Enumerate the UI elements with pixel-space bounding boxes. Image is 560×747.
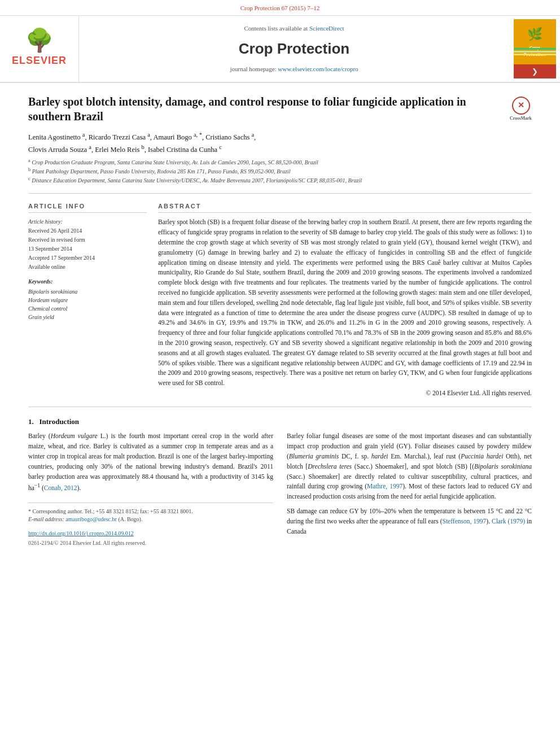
elsevier-logo-container: 🌳 ELSEVIER <box>0 16 79 82</box>
journal-badge: 🌿 Crop Protection <box>514 19 556 64</box>
article-history: Article history: Received 26 April 2014 … <box>28 217 147 272</box>
abstract-text: Barley spot blotch (SB) is a frequent fo… <box>158 217 532 399</box>
keyword-1: Bipolaris sorokiniana <box>28 287 147 296</box>
contents-available-line: Contents lists available at ScienceDirec… <box>244 24 344 33</box>
journal-title: Crop Protection <box>239 38 349 60</box>
badge-green-line <box>514 48 556 50</box>
contents-text: Contents lists available at <box>244 25 308 32</box>
journal-ref: Crop Protection 67 (2015) 7–12 <box>240 5 320 11</box>
divider-2 <box>28 407 532 407</box>
keywords-title: Keywords: <box>28 277 147 286</box>
journal-header: 🌳 ELSEVIER Contents lists available at S… <box>0 16 560 84</box>
received-date: Received 26 April 2014 <box>28 226 147 235</box>
section-number: 1. <box>28 417 34 426</box>
badge-leaf-icon: 🌿 <box>527 25 542 43</box>
authors-text: Lenita Agostinetto a, Ricardo Trezzi Cas… <box>28 133 256 154</box>
crossmark-badge[interactable]: ✕ CrossMark <box>510 97 532 121</box>
keyword-2: Hordeum vulgare <box>28 296 147 304</box>
elsevier-logo: 🌳 ELSEVIER <box>12 29 67 68</box>
corresponding-author-note: * Corresponding author. Tel.; +55 48 332… <box>28 508 273 523</box>
authors-line: Lenita Agostinetto a, Ricardo Trezzi Cas… <box>28 130 532 155</box>
keyword-4: Grain yield <box>28 313 147 321</box>
intro-section-title: 1. Introduction <box>28 416 532 427</box>
sciencedirect-link[interactable]: ScienceDirect <box>309 25 344 32</box>
available-online: Available online <box>28 263 147 272</box>
badge-lightgreen-line <box>514 51 556 53</box>
revised-date: 13 September 2014 <box>28 244 147 254</box>
keyword-3: Chemical control <box>28 304 147 313</box>
footnote-section: * Corresponding author. Tel.; +55 48 332… <box>28 503 273 547</box>
elsevier-wordmark: ELSEVIER <box>12 53 67 68</box>
crossmark-label: CrossMark <box>510 116 532 121</box>
intro-two-col: Barley (Hordeum vulgare L.) is the fourt… <box>28 431 532 547</box>
badge-color-lines <box>514 48 556 55</box>
affiliation-a: a Crop Production Graduate Program, Sant… <box>28 158 532 167</box>
article-info-header: ARTICLE INFO <box>28 202 147 213</box>
accepted-date: Accepted 17 September 2014 <box>28 254 147 263</box>
elsevier-tree-icon: 🌳 <box>25 29 54 52</box>
info-abstract-section: ARTICLE INFO Article history: Received 2… <box>28 202 532 399</box>
article-title: Barley spot blotch intensity, damage, an… <box>28 94 504 124</box>
issn-copyright: 0261-2194/© 2014 Elsevier Ltd. All right… <box>28 539 273 547</box>
article-info-column: ARTICLE INFO Article history: Received 2… <box>28 202 147 399</box>
affiliations: a Crop Production Graduate Program, Sant… <box>28 158 532 185</box>
divider-1 <box>28 193 532 194</box>
homepage-line: journal homepage: www.elsevier.com/locat… <box>230 64 358 74</box>
homepage-text: journal homepage: <box>230 65 276 72</box>
section-title-text: Introduction <box>40 417 80 426</box>
history-label: Article history: <box>28 217 147 226</box>
abstract-copyright: © 2014 Elsevier Ltd. All rights reserved… <box>158 388 532 399</box>
intro-right-column: Barley foliar fungal diseases are some o… <box>287 431 532 547</box>
abstract-header: ABSTRACT <box>158 202 532 213</box>
badge-yellow-line <box>514 54 556 55</box>
abstract-column: ABSTRACT Barley spot blotch (SB) is a fr… <box>158 202 532 399</box>
intro-right-paragraph-1: Barley foliar fungal diseases are some o… <box>287 431 532 502</box>
article-title-area: Barley spot blotch intensity, damage, an… <box>28 94 532 124</box>
journal-title-area: Contents lists available at ScienceDirec… <box>79 16 509 82</box>
keywords-section: Keywords: Bipolaris sorokiniana Hordeum … <box>28 277 147 321</box>
email-link[interactable]: amauribogo@udesc.br <box>65 516 117 522</box>
badge-arrow-button: ❯ <box>514 64 556 79</box>
intro-right-paragraph-2: SB damage can reduce GY by 10%–20% when … <box>287 506 532 536</box>
intro-left-column: Barley (Hordeum vulgare L.) is the fourt… <box>28 431 273 547</box>
crossmark-icon: ✕ <box>512 97 530 115</box>
main-content: Barley spot blotch intensity, damage, an… <box>0 83 560 558</box>
affiliation-b: b Plant Pathology Department, Passo Fund… <box>28 167 532 176</box>
journal-badge-area: 🌿 Crop Protection ❯ <box>509 16 560 82</box>
affiliation-c: c Distance Education Department, Santa C… <box>28 176 532 185</box>
top-bar: Crop Protection 67 (2015) 7–12 <box>0 0 560 16</box>
revised-label: Received in revised form <box>28 235 147 244</box>
intro-left-paragraph: Barley (Hordeum vulgare L.) is the fourt… <box>28 431 273 493</box>
introduction-section: 1. Introduction Barley (Hordeum vulgare … <box>28 416 532 547</box>
journal-homepage-link[interactable]: www.elsevier.com/locate/cropro <box>278 65 358 72</box>
doi-link[interactable]: http://dx.doi.org/10.1016/j.cropro.2014.… <box>28 529 273 538</box>
